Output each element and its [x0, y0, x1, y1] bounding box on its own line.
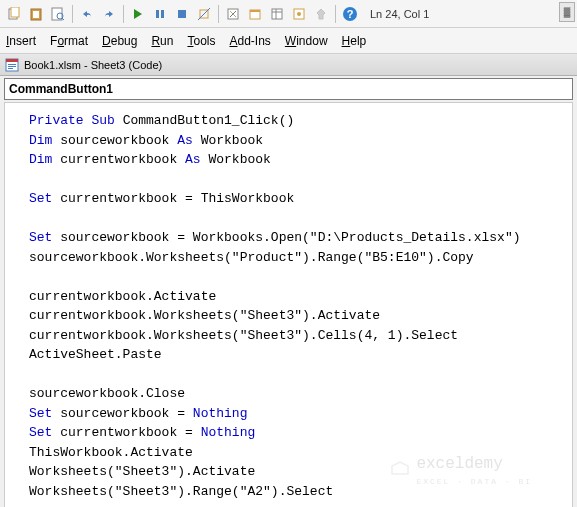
svg-rect-14: [250, 10, 260, 12]
svg-rect-15: [272, 9, 282, 19]
separator: [335, 5, 336, 23]
code-text: currentworkbook: [52, 152, 185, 167]
menu-help[interactable]: Help: [342, 34, 367, 48]
stop-icon[interactable]: [172, 4, 192, 24]
code-text: sourceworkbook: [52, 133, 177, 148]
code-text: currentworkbook.Worksheets("Sheet3").Cel…: [29, 326, 564, 346]
menubar: Insert Format Debug Run Tools Add-Ins Wi…: [0, 28, 577, 54]
code-text: [29, 209, 564, 229]
menu-addins[interactable]: Add-Ins: [229, 34, 270, 48]
pause-icon[interactable]: [150, 4, 170, 24]
svg-rect-7: [156, 10, 159, 18]
scroll-handle[interactable]: ▓: [559, 2, 575, 22]
menu-tools[interactable]: Tools: [187, 34, 215, 48]
code-text: sourceworkbook = Workbooks.Open("D:\Prod…: [52, 230, 520, 245]
menu-insert[interactable]: Insert: [6, 34, 36, 48]
code-text: Worksheets("Sheet3").Activate: [29, 462, 564, 482]
find-icon[interactable]: [48, 4, 68, 24]
break-icon[interactable]: [194, 4, 214, 24]
code-window-title: Book1.xlsm - Sheet3 (Code): [24, 59, 162, 71]
svg-rect-3: [33, 11, 39, 18]
toolbar: ? Ln 24, Col 1 ▓: [0, 0, 577, 28]
keyword: Dim: [29, 152, 52, 167]
code-text: currentworkbook.Worksheets("Sheet3").Act…: [29, 306, 564, 326]
keyword: Set: [29, 425, 52, 440]
svg-rect-24: [8, 64, 16, 65]
svg-rect-9: [178, 10, 186, 18]
paste-icon[interactable]: [26, 4, 46, 24]
help-icon[interactable]: ?: [340, 4, 360, 24]
code-editor[interactable]: Private Sub CommandButton1_Click() Dim s…: [4, 102, 573, 507]
separator: [72, 5, 73, 23]
svg-text:?: ?: [347, 8, 354, 20]
code-text: [29, 501, 564, 507]
code-text: sourceworkbook =: [52, 406, 192, 421]
browser-icon[interactable]: [289, 4, 309, 24]
run-icon[interactable]: [128, 4, 148, 24]
properties-icon[interactable]: [267, 4, 287, 24]
menu-format[interactable]: Format: [50, 34, 88, 48]
redo-icon[interactable]: [99, 4, 119, 24]
code-text: sourceworkbook.Worksheets("Product").Ran…: [29, 248, 564, 268]
code-text: ThisWorkbook.Activate: [29, 443, 564, 463]
design-icon[interactable]: [223, 4, 243, 24]
code-window-titlebar: Book1.xlsm - Sheet3 (Code): [0, 54, 577, 76]
separator: [123, 5, 124, 23]
separator: [218, 5, 219, 23]
code-text: currentworkbook = ThisWorkbook: [52, 191, 294, 206]
keyword: Set: [29, 191, 52, 206]
code-text: ActiveSheet.Paste: [29, 345, 564, 365]
cursor-position: Ln 24, Col 1: [370, 8, 429, 20]
keyword: As: [185, 152, 201, 167]
keyword: Set: [29, 230, 52, 245]
undo-icon[interactable]: [77, 4, 97, 24]
code-window-icon: [4, 57, 20, 73]
svg-point-19: [297, 12, 301, 16]
code-text: [29, 365, 564, 385]
code-text: sourceworkbook.Close: [29, 384, 564, 404]
menu-debug[interactable]: Debug: [102, 34, 137, 48]
svg-rect-23: [6, 59, 18, 62]
svg-rect-4: [52, 8, 62, 20]
svg-rect-1: [11, 7, 19, 17]
code-text: Workbook: [193, 133, 263, 148]
menu-window[interactable]: Window: [285, 34, 328, 48]
code-text: CommandButton1_Click(): [115, 113, 294, 128]
keyword: As: [177, 133, 193, 148]
keyword: Private Sub: [29, 113, 115, 128]
toolbox-icon[interactable]: [311, 4, 331, 24]
svg-rect-8: [161, 10, 164, 18]
code-text: Worksheets("Sheet3").Range("A2").Select: [29, 482, 564, 502]
code-text: currentworkbook.Activate: [29, 287, 564, 307]
code-text: [29, 267, 564, 287]
object-dropdown-row: [4, 78, 573, 100]
object-dropdown[interactable]: [5, 79, 572, 99]
code-text: currentworkbook =: [52, 425, 200, 440]
svg-rect-26: [8, 68, 13, 69]
code-text: [29, 170, 564, 190]
project-icon[interactable]: [245, 4, 265, 24]
code-text: Workbook: [201, 152, 271, 167]
keyword: Set: [29, 406, 52, 421]
copy-icon[interactable]: [4, 4, 24, 24]
keyword: Nothing: [193, 406, 248, 421]
svg-rect-25: [8, 66, 16, 67]
keyword: Nothing: [201, 425, 256, 440]
menu-run[interactable]: Run: [151, 34, 173, 48]
keyword: Dim: [29, 133, 52, 148]
